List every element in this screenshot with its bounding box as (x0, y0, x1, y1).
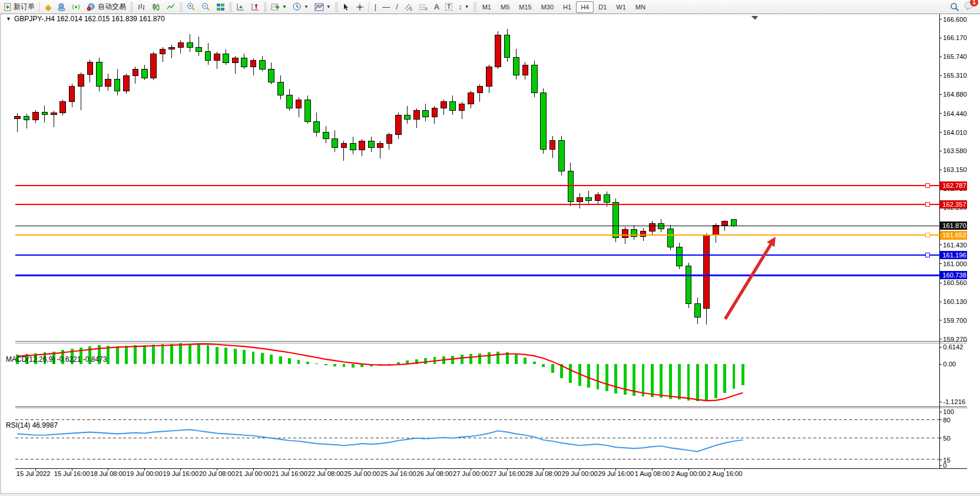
horizontal-line[interactable] (15, 233, 940, 237)
macd-bar (197, 345, 200, 365)
line-handle[interactable] (925, 233, 929, 237)
candle-body (650, 223, 655, 231)
macd-tick-label: 0.6142 (943, 343, 963, 350)
signals-button[interactable] (69, 1, 84, 14)
cursor-icon (342, 3, 350, 11)
chart-canvas[interactable]: 166.600166.170165.740165.310164.880164.4… (1, 14, 980, 493)
candle-body (441, 102, 446, 108)
notifications-button[interactable]: 1 (964, 1, 974, 12)
periods-button[interactable]: ▼ (290, 1, 312, 14)
text-label-tool-button[interactable]: T (442, 1, 455, 14)
time-tick-label: 19 Jul 16:00 (163, 470, 198, 477)
trendline-tool-button[interactable]: / (393, 1, 401, 14)
templates-button[interactable]: ▼ (312, 1, 334, 14)
timeframe-m15[interactable]: M15 (514, 1, 536, 13)
notification-badge: 1 (970, 0, 978, 6)
candle-body (586, 197, 592, 201)
candle-body (187, 43, 193, 47)
toolbar-right: 1 (950, 1, 980, 12)
macd-bar (451, 356, 454, 365)
candlestick-chart-button[interactable] (149, 1, 164, 14)
clock-icon (293, 2, 302, 11)
equidistant-channel-tool-button[interactable]: E (401, 1, 416, 14)
price-label-text: 161.652 (942, 232, 966, 239)
autotrading-button[interactable]: 自动交易 (84, 1, 129, 14)
time-axis[interactable]: 15 Jul 202215 Jul 16:0018 Jul 08:0019 Ju… (16, 468, 743, 477)
horizontal-line-tool-button[interactable]: — (379, 1, 393, 14)
indicators-button[interactable]: ▼ (268, 1, 290, 14)
rsi-tick-label: 0 (943, 462, 946, 469)
candle-body (24, 116, 29, 120)
macd-bar (496, 352, 499, 364)
svg-text:E: E (410, 7, 413, 11)
candle-body (423, 111, 429, 117)
crosshair-tool-button[interactable] (353, 1, 367, 14)
macd-bar (669, 364, 672, 398)
timeframe-m1[interactable]: M1 (478, 1, 496, 13)
fibonacci-icon: F (419, 3, 428, 11)
price-line-label: 161.196 (940, 251, 967, 260)
horizontal-line[interactable] (15, 253, 940, 257)
price-tick-label: 160.130 (943, 298, 966, 305)
line-handle[interactable] (925, 253, 929, 257)
macd-bar (279, 356, 282, 365)
candle-body (287, 95, 293, 108)
new-order-button[interactable]: 新订单 (1, 1, 38, 14)
time-tick-label: 29 Jul 16:00 (598, 470, 634, 477)
price-tick-label: 163.150 (943, 166, 966, 173)
timeframe-d1[interactable]: D1 (594, 1, 611, 13)
time-tick-label: 25 Jul 00:00 (344, 470, 380, 477)
price-line-label: 161.870 (940, 221, 967, 230)
search-icon[interactable] (950, 2, 959, 12)
candle-body (223, 54, 229, 62)
data-window-button[interactable] (54, 1, 69, 14)
macd-bar (188, 344, 191, 365)
horizontal-line[interactable] (15, 203, 940, 207)
auto-scroll-button[interactable] (233, 1, 248, 14)
candle-body (96, 62, 102, 86)
line-handle[interactable] (925, 184, 929, 188)
zoom-out-button[interactable] (198, 1, 213, 14)
text-tool-button[interactable]: A (431, 1, 442, 14)
text-label-icon: T (445, 3, 452, 11)
market-watch-button[interactable]: ◆ (42, 1, 54, 14)
timeframe-h1[interactable]: H1 (558, 1, 576, 13)
chart-window[interactable]: ▼ GBPJPY-,H4 162.014 162.015 161.839 161… (0, 14, 980, 493)
line-chart-button[interactable] (164, 1, 178, 14)
timeframe-mn[interactable]: MN (631, 1, 650, 13)
cursor-tool-button[interactable] (339, 1, 353, 14)
bar-chart-button[interactable] (134, 1, 149, 14)
price-tick-label: 159.270 (943, 336, 966, 343)
chart-shift-button[interactable] (248, 1, 263, 14)
vertical-line-tool-button[interactable]: | (372, 1, 379, 14)
macd-bar (587, 364, 590, 388)
candle-body (160, 49, 165, 54)
candle-body (269, 69, 274, 82)
fibonacci-tool-button[interactable]: F (416, 1, 431, 14)
line-handle[interactable] (925, 203, 929, 207)
price-tick-label: 161.000 (943, 260, 966, 267)
toolbar-grip (264, 2, 267, 12)
timeframe-m30[interactable]: M30 (537, 1, 558, 13)
horizontal-line[interactable] (15, 184, 940, 188)
arrows-tool-button[interactable]: ↕ ▼ (455, 1, 472, 14)
time-tick-label: 20 Jul 08:00 (199, 470, 235, 477)
tile-windows-icon (216, 3, 225, 11)
macd-tick-label: 0.00 (943, 361, 956, 368)
symbol-dropdown-icon[interactable]: ▼ (6, 16, 11, 22)
tile-windows-button[interactable] (213, 1, 228, 14)
timeframe-h4[interactable]: H4 (576, 1, 594, 13)
trend-arrow-annotation[interactable] (725, 237, 775, 319)
chart-shift-marker[interactable] (751, 16, 759, 20)
timeframe-w1[interactable]: W1 (611, 1, 631, 13)
vertical-line-icon: | (375, 3, 376, 11)
candle-body (214, 54, 220, 60)
macd-bar (651, 364, 654, 396)
zoom-in-button[interactable] (184, 1, 198, 14)
toolbar-grip (335, 2, 338, 12)
timeframe-m5[interactable]: M5 (496, 1, 514, 13)
template-icon (314, 3, 324, 11)
candle-body (250, 60, 256, 67)
candle-body (196, 47, 202, 51)
time-tick-label: 27 Jul 16:00 (489, 470, 525, 477)
